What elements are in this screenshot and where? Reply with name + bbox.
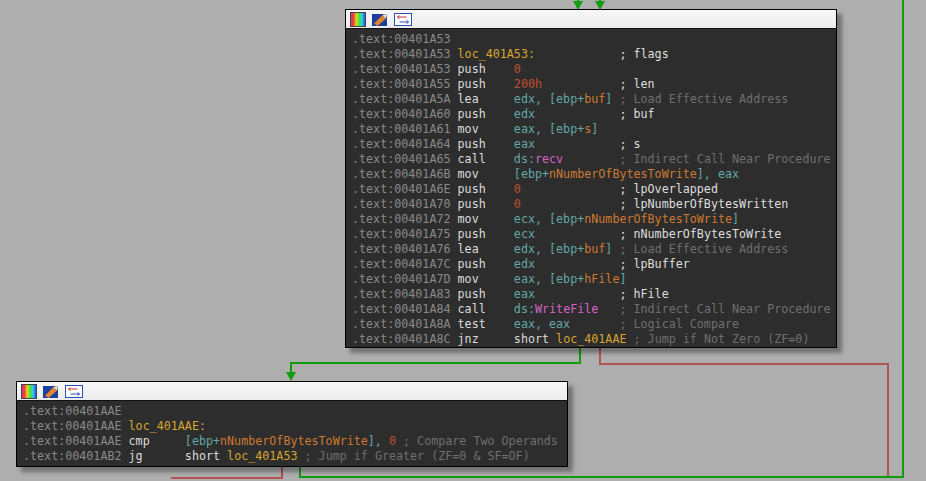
node-titlebar[interactable] [346, 10, 836, 29]
block-401AAE[interactable]: .text:00401AAE.text:00401AAE loc_401AAE:… [16, 381, 568, 467]
disassembly-listing: .text:00401A53.text:00401A53 loc_401A53:… [346, 29, 836, 347]
asm-line[interactable]: .text:00401AAE cmp [ebp+nNumberOfBytesTo… [23, 434, 567, 449]
node-titlebar[interactable] [17, 382, 567, 401]
asm-line[interactable]: .text:00401A75 push ecx ; nNumberOfBytes… [352, 227, 836, 242]
asm-line[interactable]: .text:00401A5A lea edx, [ebp+buf] ; Load… [352, 92, 836, 107]
edge-jnz-fallthrough [600, 348, 888, 476]
asm-line[interactable]: .text:00401A53 [352, 32, 836, 47]
block-401A53[interactable]: .text:00401A53.text:00401A53 loc_401A53:… [345, 9, 837, 348]
asm-line[interactable]: .text:00401AAE [23, 404, 567, 419]
asm-line[interactable]: .text:00401A6B mov [ebp+nNumberOfBytesTo… [352, 167, 836, 182]
asm-line[interactable]: .text:00401A6E push 0 ; lpOverlapped [352, 182, 836, 197]
asm-line[interactable]: .text:00401A65 call ds:recv ; Indirect C… [352, 152, 836, 167]
edit-pencil-icon[interactable] [372, 13, 388, 26]
asm-line[interactable]: .text:00401A53 push 0 [352, 62, 836, 77]
asm-line[interactable]: .text:00401A70 push 0 ; lpNumberOfBytesW… [352, 197, 836, 212]
asm-line[interactable]: .text:00401A7C push edx ; lpBuffer [352, 257, 836, 272]
asm-line[interactable]: .text:00401A55 push 200h ; len [352, 77, 836, 92]
color-palette-icon[interactable] [21, 384, 37, 399]
edge-jnz-taken [291, 348, 580, 373]
asm-line[interactable]: .text:00401A53 loc_401A53: ; flags [352, 47, 836, 62]
edit-pencil-icon[interactable] [43, 385, 59, 398]
graph-view[interactable]: .text:00401A53.text:00401A53 loc_401A53:… [0, 0, 926, 481]
asm-line[interactable]: .text:00401A60 push edx ; buf [352, 107, 836, 122]
frame-sync-icon[interactable] [65, 385, 81, 398]
asm-line[interactable]: .text:00401A84 call ds:WriteFile ; Indir… [352, 302, 836, 317]
asm-line[interactable]: .text:00401A61 mov eax, [ebp+s] [352, 122, 836, 137]
asm-line[interactable]: .text:00401AB2 jg short loc_401A53 ; Jum… [23, 449, 567, 464]
asm-line[interactable]: .text:00401AAE loc_401AAE: [23, 419, 567, 434]
edge-jnz-taken-arrowhead [286, 372, 296, 381]
color-palette-icon[interactable] [350, 12, 366, 27]
frame-sync-icon[interactable] [394, 13, 410, 26]
asm-line[interactable]: .text:00401A72 mov ecx, [ebp+nNumberOfBy… [352, 212, 836, 227]
asm-line[interactable]: .text:00401A83 push eax ; hFile [352, 287, 836, 302]
asm-line[interactable]: .text:00401A7D mov eax, [ebp+hFile] [352, 272, 836, 287]
asm-line[interactable]: .text:00401A64 push eax ; s [352, 137, 836, 152]
asm-line[interactable]: .text:00401A8A test eax, eax ; Logical C… [352, 317, 836, 332]
edge-jg-fallthrough [171, 467, 282, 478]
disassembly-listing: .text:00401AAE.text:00401AAE loc_401AAE:… [17, 401, 567, 464]
asm-line[interactable]: .text:00401A8C jnz short loc_401AAE ; Ju… [352, 332, 836, 347]
asm-line[interactable]: .text:00401A76 lea edx, [ebp+buf] ; Load… [352, 242, 836, 257]
